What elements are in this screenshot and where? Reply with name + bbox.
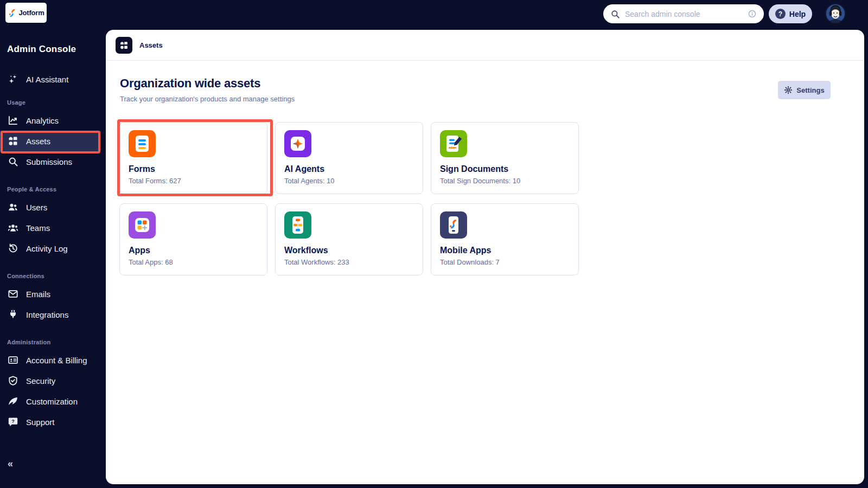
sidebar-item-label: Customization — [26, 397, 78, 406]
sign-documents-icon — [440, 130, 467, 157]
asset-card-title: Sign Documents — [440, 164, 508, 174]
envelope-icon — [8, 288, 18, 299]
help-button-label: Help — [789, 10, 806, 18]
sidebar-item-teams[interactable]: Teams — [0, 217, 101, 238]
asset-card-stat: Total Forms: 627 — [129, 177, 181, 185]
support-icon: ? — [8, 416, 18, 427]
gear-icon — [784, 86, 793, 94]
asset-card-mobile-apps[interactable]: Mobile AppsTotal Downloads: 7 — [431, 203, 579, 275]
asset-card-stat: Total Downloads: 7 — [440, 258, 500, 266]
sidebar-item-label: Security — [26, 376, 55, 386]
asset-card-title: Mobile Apps — [440, 246, 492, 255]
question-icon: ? — [775, 9, 786, 19]
sidebar-item-label: Submissions — [26, 157, 72, 166]
page-title: Organization wide assets — [120, 76, 260, 91]
breadcrumb-label: Assets — [139, 41, 163, 49]
mobile-apps-icon — [440, 211, 467, 239]
sidebar-item-label: Emails — [26, 290, 50, 299]
asset-card-title: AI Agents — [284, 164, 324, 174]
admin-search[interactable] — [603, 4, 764, 23]
sidebar-item-account-billing[interactable]: Account & Billing — [0, 350, 101, 370]
assets-icon — [116, 37, 132, 54]
asset-card-sign-documents[interactable]: Sign DocumentsTotal Sign Documents: 10 — [431, 122, 579, 194]
sidebar-item-submissions[interactable]: Submissions — [0, 151, 101, 172]
asset-card-title: Workflows — [284, 246, 328, 255]
asset-cards-grid: FormsTotal Forms: 627AI AgentsTotal Agen… — [119, 122, 579, 275]
jotform-logo-icon — [8, 9, 17, 17]
workflows-icon — [284, 211, 311, 239]
shield-icon — [8, 375, 18, 386]
sidebar-item-label: Account & Billing — [26, 356, 87, 365]
asset-card-title: Forms — [129, 164, 155, 174]
section-label-people-access: People & Access — [0, 186, 101, 192]
teams-icon — [8, 222, 18, 233]
sidebar-item-integrations[interactable]: Integrations — [0, 304, 101, 325]
analytics-icon — [8, 115, 18, 126]
asset-card-workflows[interactable]: WorkflowsTotal Workflows: 233 — [275, 203, 423, 275]
asset-card-stat: Total Workflows: 233 — [284, 258, 349, 266]
sidebar-item-support[interactable]: ?Support — [0, 412, 101, 432]
asset-card-title: Apps — [129, 246, 150, 255]
plug-icon — [8, 309, 18, 320]
user-avatar[interactable] — [825, 3, 846, 24]
sidebar-nav: UsageAnalyticsAssetsSubmissionsPeople & … — [0, 92, 101, 432]
jotform-logo[interactable]: Jotform — [5, 3, 47, 23]
info-icon[interactable] — [748, 9, 757, 18]
sidebar-item-label: Activity Log — [26, 244, 68, 253]
asset-card-stat: Total Agents: 10 — [284, 177, 335, 185]
settings-button-label: Settings — [796, 86, 824, 94]
apps-icon — [129, 211, 156, 239]
jotform-logo-text: Jotform — [19, 9, 44, 17]
sidebar-item-label: Users — [26, 203, 47, 212]
section-label-connections: Connections — [0, 273, 101, 279]
asset-card-forms[interactable]: FormsTotal Forms: 627 — [119, 122, 267, 194]
history-icon — [8, 243, 18, 254]
sidebar-item-label: Assets — [26, 137, 50, 146]
sidebar-item-label: Analytics — [26, 116, 59, 125]
sidebar-item-emails[interactable]: Emails — [0, 284, 101, 304]
main-panel: Assets Organization wide assets Track yo… — [106, 30, 864, 484]
page-subtitle: Track your organization's products and m… — [120, 95, 295, 103]
sidebar-item-analytics[interactable]: Analytics — [0, 110, 101, 131]
forms-icon — [129, 130, 156, 157]
help-button[interactable]: ? Help — [769, 4, 812, 23]
ai-agents-icon — [284, 130, 311, 157]
breadcrumb: Assets — [106, 30, 864, 61]
sidebar-item-label: Support — [26, 418, 55, 427]
settings-button[interactable]: Settings — [778, 81, 831, 99]
assets-icon — [8, 136, 18, 146]
sidebar-item-users[interactable]: Users — [0, 197, 101, 217]
asset-card-stat: Total Sign Documents: 10 — [440, 177, 520, 185]
search-icon — [610, 9, 620, 19]
sidebar-title: Admin Console — [7, 44, 76, 55]
sidebar-item-ai-assistant[interactable]: AI Assistant — [0, 69, 101, 89]
sidebar-item-label: Integrations — [26, 310, 68, 319]
magnifier-icon — [8, 156, 18, 167]
section-label-administration: Administration — [0, 339, 101, 345]
svg-text:?: ? — [11, 419, 15, 424]
idcard-icon — [8, 355, 18, 365]
sidebar: Jotform Admin Console AI Assistant Usage… — [0, 0, 106, 488]
sidebar-item-customization[interactable]: Customization — [0, 391, 101, 412]
sparkles-icon — [8, 74, 18, 85]
sidebar-item-label: Teams — [26, 223, 50, 233]
brush-icon — [8, 396, 18, 407]
section-label-usage: Usage — [0, 99, 101, 106]
sidebar-collapse-button[interactable]: « — [8, 458, 13, 470]
sidebar-item-assets[interactable]: Assets — [0, 131, 101, 151]
asset-card-ai-agents[interactable]: AI AgentsTotal Agents: 10 — [275, 122, 423, 194]
search-input[interactable] — [625, 10, 743, 18]
users-icon — [8, 202, 18, 213]
sidebar-item-security[interactable]: Security — [0, 370, 101, 391]
sidebar-item-label: AI Assistant — [26, 75, 68, 84]
sidebar-item-activity-log[interactable]: Activity Log — [0, 238, 101, 259]
asset-card-stat: Total Apps: 68 — [129, 258, 173, 266]
asset-card-apps[interactable]: AppsTotal Apps: 68 — [119, 203, 267, 275]
